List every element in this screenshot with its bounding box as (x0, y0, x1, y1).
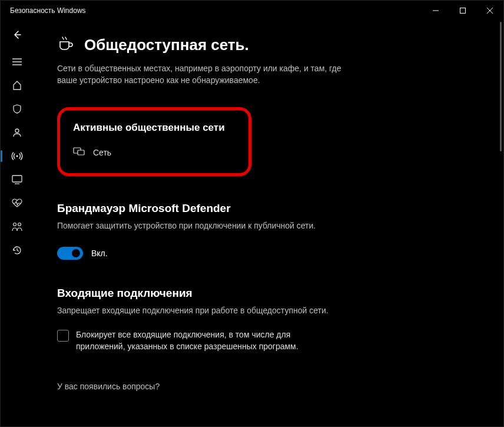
firewall-title: Брандмауэр Microsoft Defender (57, 202, 480, 215)
person-icon (12, 127, 22, 138)
network-icon (73, 147, 85, 158)
close-button[interactable] (476, 1, 503, 21)
active-networks-title: Активные общественные сети (73, 122, 236, 134)
minimize-icon (433, 8, 439, 14)
sidebar-item-history[interactable] (5, 240, 29, 261)
svg-rect-9 (12, 176, 22, 182)
network-item: Сеть (73, 147, 236, 158)
sidebar-item-firewall[interactable] (5, 145, 29, 167)
history-icon (12, 245, 22, 256)
block-all-checkbox[interactable] (57, 330, 69, 342)
shield-icon (12, 104, 22, 114)
app-window: Безопасность Windows (0, 0, 504, 427)
arrow-left-icon (12, 30, 22, 39)
svg-rect-14 (78, 150, 84, 155)
sidebar-item-family[interactable] (5, 216, 29, 237)
page-title: Общедоступная сеть. (84, 36, 249, 54)
heart-icon (11, 198, 23, 208)
firewall-toggle-row: Вкл. (57, 247, 480, 260)
help-title: У вас появились вопросы? (57, 382, 480, 391)
titlebar: Безопасность Windows (1, 1, 503, 21)
block-all-label: Блокирует все входящие подключения, в то… (76, 329, 334, 352)
incoming-section: Входящие подключения Запрещает входящие … (57, 287, 480, 352)
home-icon (12, 80, 22, 91)
scrollbar-thumb[interactable] (500, 22, 502, 151)
maximize-icon (460, 8, 466, 14)
sidebar-item-home[interactable] (5, 75, 29, 96)
svg-rect-1 (460, 8, 466, 14)
sidebar (1, 21, 34, 426)
window-controls (422, 1, 503, 21)
firewall-toggle-label: Вкл. (91, 249, 108, 258)
page-subtitle: Сети в общественных местах, например в а… (57, 63, 363, 86)
sidebar-item-app-control[interactable] (5, 169, 29, 190)
sidebar-item-virus[interactable] (5, 98, 29, 120)
window-title: Безопасность Windows (10, 6, 86, 15)
incoming-desc: Запрещает входящие подключения при работ… (57, 306, 480, 315)
active-networks-section: Активные общественные сети Сеть (57, 107, 251, 176)
monitor-icon (12, 175, 22, 184)
network-name: Сеть (93, 148, 111, 157)
coffee-icon (57, 35, 75, 55)
svg-point-8 (16, 155, 18, 157)
firewall-toggle[interactable] (57, 247, 83, 260)
incoming-title: Входящие подключения (57, 287, 480, 300)
back-button[interactable] (5, 24, 29, 45)
hamburger-icon (12, 58, 22, 66)
close-icon (487, 8, 493, 14)
maximize-button[interactable] (449, 1, 476, 21)
sidebar-item-device-health[interactable] (5, 193, 29, 214)
svg-point-12 (18, 223, 21, 226)
firewall-section: Брандмауэр Microsoft Defender Помогает з… (57, 202, 480, 260)
main-content: Общедоступная сеть. Сети в общественных … (34, 21, 503, 426)
broadcast-icon (11, 151, 23, 161)
svg-point-11 (14, 223, 16, 226)
sidebar-item-account[interactable] (5, 122, 29, 143)
page-header: Общедоступная сеть. (57, 35, 480, 55)
svg-point-7 (15, 129, 19, 133)
family-icon (11, 221, 23, 232)
block-all-row: Блокирует все входящие подключения, в то… (57, 329, 334, 352)
hamburger-button[interactable] (5, 51, 29, 72)
minimize-button[interactable] (422, 1, 449, 21)
body: Общедоступная сеть. Сети в общественных … (1, 21, 503, 426)
firewall-desc: Помогает защитить устройство при подключ… (57, 221, 480, 230)
